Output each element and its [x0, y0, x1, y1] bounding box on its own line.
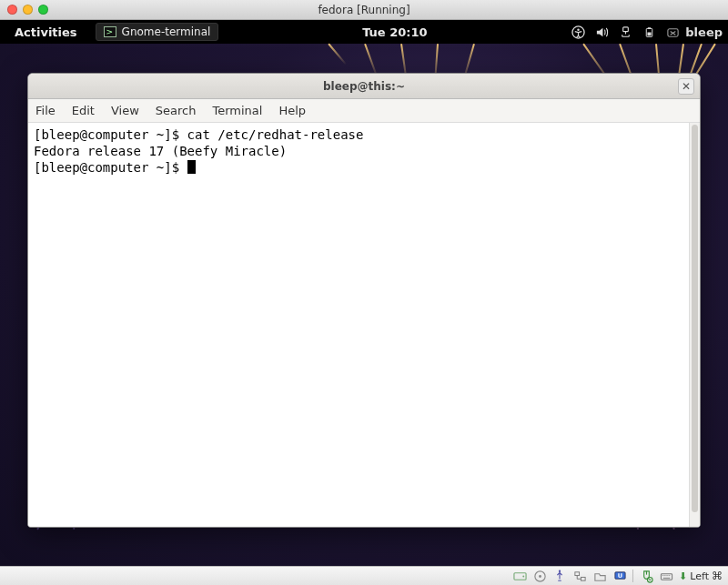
menu-help[interactable]: Help [278, 104, 306, 117]
vb-hostkey-indicator[interactable]: ⬇ Left ⌘ [679, 570, 723, 582]
gnome-top-bar: Activities Gnome-terminal Tue 20:10 [0, 20, 728, 44]
vm-viewport: Activities Gnome-terminal Tue 20:10 [0, 20, 728, 566]
vb-usb-icon[interactable] [552, 569, 567, 583]
taskbar-app-gnome-terminal[interactable]: Gnome-terminal [96, 23, 219, 41]
svg-rect-13 [581, 577, 585, 580]
vb-network-icon[interactable] [572, 569, 587, 583]
terminal-icon [104, 26, 116, 37]
command-key-icon: ⌘ [712, 570, 723, 582]
svg-point-8 [522, 575, 524, 577]
vb-mouse-integration-icon[interactable] [639, 569, 653, 583]
username-label: bleep [685, 25, 723, 39]
command-1: cat /etc/redhat-release [187, 127, 364, 142]
user-unavailable-icon [665, 25, 680, 39]
terminal-title: bleep@this:~ [323, 80, 405, 93]
svg-text:U: U [617, 571, 622, 579]
hostkey-label: Left [690, 570, 709, 582]
user-menu[interactable]: bleep [665, 25, 723, 39]
svg-rect-2 [622, 26, 628, 31]
prompt-1: [bleep@computer ~]$ [34, 127, 187, 142]
svg-rect-5 [647, 32, 651, 35]
mac-close-button[interactable] [7, 5, 17, 15]
vb-optical-icon[interactable] [532, 569, 547, 583]
traffic-lights [7, 5, 48, 15]
menu-terminal[interactable]: Terminal [212, 104, 262, 117]
mac-titlebar: fedora [Running] [0, 0, 728, 20]
network-icon[interactable] [618, 25, 632, 39]
svg-rect-12 [574, 571, 579, 575]
menu-view[interactable]: View [111, 104, 139, 117]
activities-button[interactable]: Activities [5, 23, 86, 42]
output-line-1: Fedora release 17 (Beefy Miracle) [34, 144, 287, 158]
terminal-output[interactable]: [bleep@computer ~]$ cat /etc/redhat-rele… [28, 123, 689, 527]
vb-display-icon[interactable]: U [612, 569, 627, 583]
prompt-2: [bleep@computer ~]$ [34, 160, 187, 175]
svg-rect-17 [661, 573, 672, 580]
svg-point-11 [559, 570, 561, 572]
terminal-scrollbar[interactable] [689, 123, 700, 527]
battery-icon[interactable] [642, 25, 656, 39]
terminal-window: bleep@this:~ ✕ File Edit View Search Ter… [27, 73, 701, 528]
terminal-menubar: File Edit View Search Terminal Help [28, 99, 700, 123]
svg-rect-4 [648, 27, 651, 29]
svg-point-10 [539, 575, 541, 578]
mac-window-title: fedora [Running] [0, 4, 728, 16]
vb-keyboard-captured-icon[interactable] [659, 569, 673, 583]
vb-harddisk-icon[interactable] [512, 569, 527, 583]
menu-search[interactable]: Search [156, 104, 197, 117]
svg-point-1 [577, 28, 579, 30]
menu-file[interactable]: File [35, 104, 56, 117]
terminal-body[interactable]: [bleep@computer ~]$ cat /etc/redhat-rele… [28, 123, 700, 527]
mac-minimize-button[interactable] [23, 5, 33, 15]
statusbar-separator [632, 570, 633, 582]
accessibility-icon[interactable] [571, 25, 585, 39]
mac-zoom-button[interactable] [38, 5, 48, 15]
hostkey-arrow-icon: ⬇ [679, 570, 687, 582]
clock[interactable]: Tue 20:10 [226, 25, 563, 39]
menu-edit[interactable]: Edit [72, 104, 95, 117]
terminal-close-button[interactable]: ✕ [678, 78, 694, 95]
terminal-scroll-thumb[interactable] [692, 125, 698, 512]
volume-icon[interactable] [594, 25, 609, 39]
taskbar-app-label: Gnome-terminal [122, 25, 211, 38]
virtualbox-statusbar: U ⬇ Left ⌘ [0, 566, 728, 585]
terminal-cursor [187, 160, 196, 174]
vb-shared-folders-icon[interactable] [592, 569, 607, 583]
close-icon: ✕ [682, 80, 691, 93]
terminal-titlebar[interactable]: bleep@this:~ ✕ [28, 74, 700, 99]
